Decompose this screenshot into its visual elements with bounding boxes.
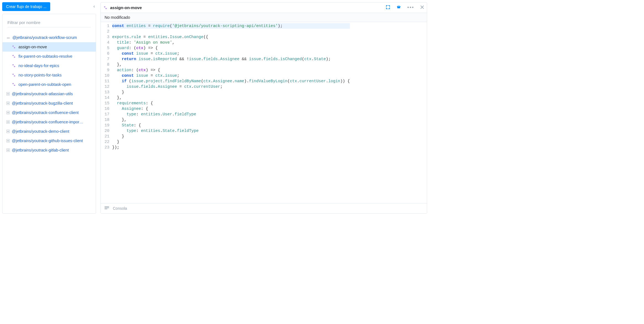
- tree-item-open-parent-on-subtask-open[interactable]: open-parent-on-subtask-open: [2, 80, 96, 89]
- filter-input[interactable]: [7, 19, 91, 27]
- code-editor[interactable]: 1234567891011121314151617181920212223 co…: [101, 22, 427, 203]
- tree-item-label: no-ideal-days-for-epics: [18, 63, 59, 68]
- workflow-icon: [12, 73, 16, 77]
- tree-group[interactable]: @jetbrains/youtrack-confluence-import-a.…: [2, 117, 96, 127]
- tree-group[interactable]: @jetbrains/youtrack-atlassian-utils: [2, 89, 96, 99]
- editor-title: assign-on-move: [110, 5, 142, 10]
- workflow-icon: [12, 83, 16, 86]
- expand-icon: [6, 102, 10, 105]
- workflow-icon: [12, 45, 16, 49]
- tree-item-assign-on-move[interactable]: assign-on-move: [2, 42, 96, 52]
- tree-group[interactable]: @jetbrains/youtrack-bugzilla-client: [2, 99, 96, 108]
- more-icon[interactable]: •••: [407, 5, 414, 10]
- svg-rect-0: [397, 7, 400, 8]
- agent-icon[interactable]: [396, 5, 401, 10]
- tree-item-label: assign-on-move: [18, 45, 47, 49]
- collapse-icon: –: [6, 36, 10, 39]
- tree-group-label: @jetbrains/youtrack-confluence-client: [12, 110, 79, 115]
- close-icon[interactable]: [420, 5, 424, 10]
- tree-group-label: @jetbrains/youtrack-github-issues-client: [12, 139, 83, 143]
- expand-icon: [6, 148, 10, 152]
- editor-status: No modificado: [101, 13, 427, 22]
- tree-group-label: @jetbrains/youtrack-atlassian-utils: [12, 92, 73, 96]
- console-toggle[interactable]: Consola: [101, 203, 427, 213]
- tree-group[interactable]: @jetbrains/youtrack-confluence-client: [2, 108, 96, 117]
- expand-icon[interactable]: [386, 5, 390, 10]
- workflow-icon: [103, 6, 107, 10]
- tree-item-label: no-story-points-for-tasks: [18, 73, 62, 77]
- workflow-tree: – @jetbrains/youtrack-workflow-scrum ass…: [2, 14, 96, 214]
- workflow-icon: [12, 64, 16, 68]
- expand-icon: [6, 120, 10, 124]
- tree-item-fix-parent-on-subtasks-resolve[interactable]: fix-parent-on-subtasks-resolve: [2, 52, 96, 61]
- tree-group-label: @jetbrains/youtrack-confluence-import-a.…: [12, 120, 84, 124]
- tree-group-label: @jetbrains/youtrack-bugzilla-client: [12, 101, 73, 105]
- editor-header: assign-on-move •••: [101, 2, 427, 13]
- tree-item-label: open-parent-on-subtask-open: [18, 82, 71, 87]
- expand-icon: [6, 139, 10, 142]
- tree-group[interactable]: @jetbrains/youtrack-gitlab-client: [2, 145, 96, 155]
- tree-group-scrum[interactable]: – @jetbrains/youtrack-workflow-scrum: [2, 33, 96, 42]
- expand-icon: [6, 111, 10, 114]
- console-label: Consola: [113, 206, 127, 211]
- tree-item-no-ideal-days-for-epics[interactable]: no-ideal-days-for-epics: [2, 61, 96, 70]
- tree-group[interactable]: @jetbrains/youtrack-github-issues-client: [2, 136, 96, 145]
- svg-rect-2: [399, 6, 400, 7]
- collapse-sidebar-icon[interactable]: ‹‹: [93, 4, 94, 9]
- svg-rect-1: [398, 6, 398, 7]
- tree-group-label: @jetbrains/youtrack-workflow-scrum: [12, 35, 77, 40]
- tree-group[interactable]: @jetbrains/youtrack-demo-client: [2, 127, 96, 136]
- tree-group-label: @jetbrains/youtrack-gitlab-client: [12, 148, 69, 152]
- create-workflow-button[interactable]: Crear flujo de trabajo ...: [2, 2, 50, 11]
- expand-icon: [6, 130, 10, 133]
- tree-item-no-story-points-for-tasks[interactable]: no-story-points-for-tasks: [2, 70, 96, 80]
- workflow-icon: [12, 54, 16, 58]
- tree-item-label: fix-parent-on-subtasks-resolve: [18, 54, 72, 59]
- expand-icon: [6, 92, 10, 95]
- tree-group-label: @jetbrains/youtrack-demo-client: [12, 129, 69, 134]
- console-icon: [105, 206, 109, 211]
